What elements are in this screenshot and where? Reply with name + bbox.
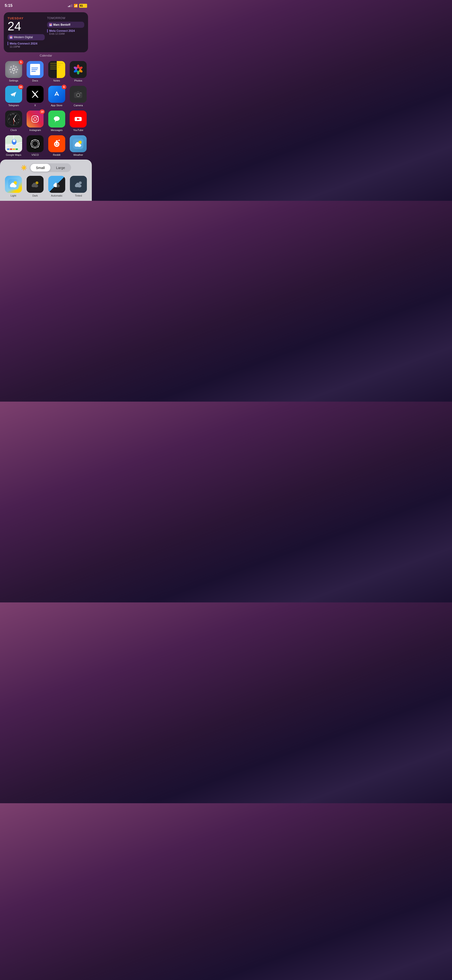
- svg-point-44: [37, 116, 38, 117]
- app-messages[interactable]: Messages: [47, 111, 67, 132]
- svg-text:5: 5: [16, 123, 17, 124]
- svg-rect-59: [10, 148, 12, 150]
- app-notes[interactable]: Notes: [47, 61, 67, 82]
- variant-automatic[interactable]: Automatic: [47, 176, 67, 197]
- svg-point-66: [31, 143, 32, 144]
- svg-text:4: 4: [18, 122, 19, 123]
- size-toggle-row: ☀️ Small Large: [4, 163, 88, 172]
- app-maps[interactable]: Google Maps: [4, 135, 24, 156]
- svg-point-46: [54, 116, 60, 121]
- appstore-label: App Store: [51, 104, 62, 107]
- app-vsco[interactable]: VSCO: [25, 135, 45, 156]
- telegram-badge: 34: [18, 84, 23, 89]
- event-calendar-icon: 📅: [10, 36, 13, 39]
- appstore-icon: 6: [48, 86, 65, 103]
- brightness-icon: ☀️: [21, 165, 27, 171]
- svg-point-10: [13, 68, 14, 70]
- app-telegram[interactable]: 34 Telegram: [4, 86, 24, 107]
- app-instagram[interactable]: 10 Instagram: [25, 111, 45, 132]
- variant-light[interactable]: Light: [4, 176, 23, 197]
- youtube-label: YouTube: [73, 129, 83, 132]
- svg-rect-7: [15, 66, 17, 68]
- widget-today-event1: 📅 Western Digital: [8, 34, 45, 40]
- status-icons: 📶 61⚡: [68, 4, 87, 8]
- svg-text:7: 7: [10, 122, 10, 123]
- svg-point-25: [80, 92, 81, 93]
- widget-tomorrow: TOMORROW 📅 Marc Benioff Meta Connect 202…: [47, 16, 84, 48]
- instagram-icon: 10: [27, 111, 44, 127]
- svg-rect-58: [7, 148, 10, 150]
- widget-tomorrow-event2: Meta Connect 2024 Ends 12:15AM: [47, 29, 84, 35]
- svg-rect-2: [13, 72, 14, 74]
- app-camera[interactable]: Camera: [68, 86, 88, 107]
- telegram-icon: 34: [5, 86, 22, 103]
- svg-point-77: [55, 143, 56, 144]
- svg-text:11: 11: [12, 113, 13, 115]
- app-x[interactable]: X: [25, 86, 45, 107]
- widget-today-event2: Meta Connect 2024 11:15PM: [8, 42, 45, 48]
- vsco-icon: [27, 135, 44, 152]
- app-clock[interactable]: 12 3 6 9 10 2 7 5 8 4 11 Clock: [4, 111, 24, 132]
- small-toggle-button[interactable]: Small: [30, 164, 51, 172]
- svg-text:3: 3: [18, 119, 19, 120]
- widget-today: TUESDAY 24 📅 Western Digital Meta Connec…: [8, 16, 45, 48]
- app-grid: 5 Settings Docs Notes: [0, 60, 92, 157]
- large-toggle-button[interactable]: Large: [51, 164, 71, 172]
- app-reddit[interactable]: Reddit: [47, 135, 67, 156]
- gear-svg: [8, 64, 19, 75]
- calendar-widget[interactable]: TUESDAY 24 📅 Western Digital Meta Connec…: [4, 12, 88, 52]
- app-photos[interactable]: Photos: [68, 61, 88, 82]
- bottom-sheet: ☀️ Small Large: [0, 159, 92, 201]
- app-settings[interactable]: 5 Settings: [4, 61, 24, 82]
- status-time: 5:15: [5, 3, 13, 8]
- reddit-label: Reddit: [53, 153, 60, 156]
- variant-dark[interactable]: Dark: [25, 176, 45, 197]
- x-icon: [27, 86, 44, 103]
- svg-point-63: [32, 141, 38, 147]
- app-weather[interactable]: Weather: [68, 135, 88, 156]
- svg-rect-60: [13, 148, 15, 150]
- svg-text:2: 2: [16, 114, 17, 116]
- svg-rect-6: [15, 71, 17, 73]
- svg-point-78: [57, 143, 58, 144]
- battery-indicator: 61⚡: [79, 4, 87, 8]
- messages-label: Messages: [51, 129, 63, 132]
- reddit-icon: [48, 135, 65, 152]
- svg-point-98: [33, 183, 36, 186]
- svg-rect-5: [10, 66, 12, 68]
- photos-icon: [70, 61, 87, 78]
- camera-label: Camera: [74, 104, 83, 107]
- messages-icon: [48, 111, 65, 127]
- icon-variants-grid: Light Dark: [4, 176, 88, 197]
- status-bar: 5:15 📶 61⚡: [0, 0, 92, 10]
- maps-icon: [5, 135, 22, 152]
- svg-point-43: [34, 118, 37, 121]
- app-youtube[interactable]: YouTube: [68, 111, 88, 132]
- svg-rect-8: [10, 71, 12, 73]
- svg-rect-1: [13, 65, 14, 67]
- svg-point-92: [11, 183, 14, 186]
- docs-label: Docs: [32, 79, 38, 82]
- notes-label: Notes: [53, 79, 60, 82]
- size-toggle-group[interactable]: Small Large: [30, 163, 71, 172]
- svg-point-73: [54, 142, 59, 147]
- widget-tomorrow-event1: 📅 Marc Benioff: [47, 22, 84, 28]
- svg-point-69: [38, 140, 39, 141]
- svg-point-56: [13, 139, 16, 142]
- variant-tinted[interactable]: Tinted: [69, 176, 88, 197]
- weather-icon: [70, 135, 87, 152]
- svg-point-65: [35, 148, 36, 148]
- clock-label: Clock: [10, 129, 17, 132]
- app-docs[interactable]: Docs: [25, 61, 45, 82]
- app-appstore[interactable]: 6 App Store: [47, 86, 67, 107]
- svg-point-86: [76, 142, 79, 145]
- svg-point-79: [54, 144, 56, 145]
- instagram-label: Instagram: [29, 129, 41, 132]
- settings-badge: 5: [19, 60, 23, 65]
- variant-automatic-icon: [48, 176, 65, 193]
- svg-point-71: [38, 146, 39, 147]
- svg-point-67: [39, 143, 40, 144]
- event-cal-icon-2: 📅: [49, 23, 52, 26]
- instagram-badge: 10: [40, 109, 45, 114]
- widget-label: Calendar: [0, 54, 92, 57]
